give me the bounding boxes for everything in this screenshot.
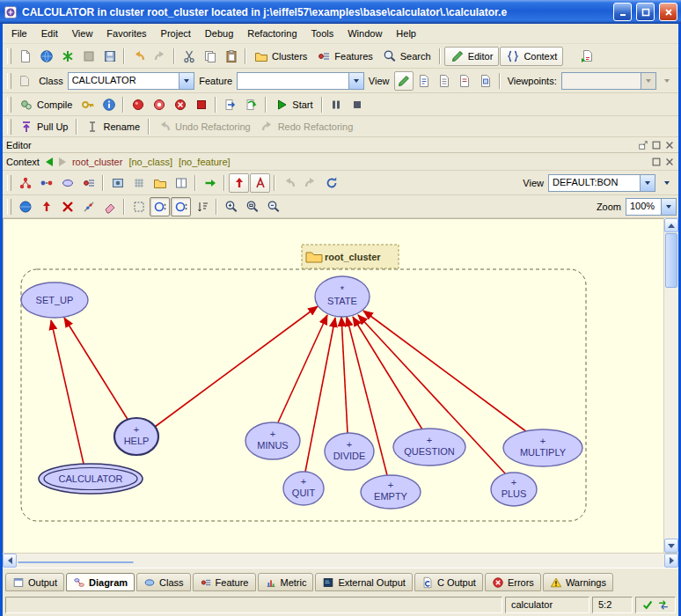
drop-class-button[interactable] bbox=[15, 71, 34, 91]
toolbar-grip[interactable] bbox=[7, 199, 11, 215]
client-depth-toggle[interactable] bbox=[150, 197, 170, 216]
redo-button[interactable] bbox=[150, 47, 170, 66]
tab-external-output[interactable]: External Output bbox=[315, 573, 412, 591]
placeholder-button[interactable] bbox=[78, 47, 99, 66]
diagram-redo-button[interactable] bbox=[300, 173, 320, 193]
diagram-undo-button[interactable] bbox=[279, 173, 299, 193]
history-back-icon[interactable] bbox=[46, 158, 53, 166]
anchor-tool-button[interactable] bbox=[78, 197, 99, 216]
viewpoints-combo[interactable] bbox=[561, 72, 656, 90]
zoom-combo[interactable]: 100% bbox=[626, 198, 677, 216]
snapshot-button[interactable] bbox=[107, 173, 128, 193]
clear-breakpoints-button[interactable] bbox=[191, 95, 211, 114]
horizontal-scroll-thumb[interactable] bbox=[18, 561, 134, 563]
menu-tools[interactable]: Tools bbox=[304, 26, 341, 41]
node-state[interactable]: * STATE bbox=[315, 276, 370, 317]
cluster-tag[interactable]: root_cluster bbox=[302, 245, 399, 268]
close-button[interactable] bbox=[659, 3, 677, 21]
client-links-button[interactable] bbox=[36, 173, 56, 193]
add-item-button[interactable] bbox=[57, 47, 77, 66]
paste-button[interactable] bbox=[221, 47, 241, 66]
zoom-out-button[interactable] bbox=[263, 197, 283, 216]
maximize-button[interactable] bbox=[636, 3, 655, 21]
context-cluster[interactable]: root_cluster bbox=[72, 157, 122, 167]
delete-item-button[interactable] bbox=[57, 197, 77, 216]
eraser-button[interactable] bbox=[99, 197, 120, 216]
context-no-class[interactable]: [no_class] bbox=[128, 157, 172, 167]
node-calculator[interactable]: CALCULATOR bbox=[39, 464, 143, 494]
refresh-diagram-button[interactable] bbox=[321, 173, 341, 193]
toolbar-grip[interactable] bbox=[7, 175, 11, 191]
menu-help[interactable]: Help bbox=[389, 26, 423, 41]
contract-view-button[interactable] bbox=[455, 71, 474, 91]
edge-help-setup[interactable] bbox=[64, 318, 128, 421]
class-combo[interactable]: CALCULATOR bbox=[68, 72, 195, 90]
tab-metric[interactable]: Metric bbox=[258, 573, 314, 591]
go-to-button[interactable] bbox=[200, 173, 220, 193]
external-editor-button[interactable] bbox=[576, 47, 597, 66]
menu-favorites[interactable]: Favorites bbox=[99, 26, 153, 41]
feature-tool-button[interactable] bbox=[78, 173, 99, 193]
node-minus[interactable]: + MINUS bbox=[245, 422, 300, 459]
cut-button[interactable] bbox=[179, 47, 199, 66]
clickable-view-button[interactable] bbox=[414, 71, 434, 91]
step-into-button[interactable] bbox=[220, 95, 240, 114]
close-pane-icon[interactable] bbox=[664, 157, 675, 167]
vertical-scroll-thumb[interactable] bbox=[665, 233, 677, 288]
node-multiply[interactable]: + MULTIPLY bbox=[503, 429, 582, 466]
split-view-button[interactable] bbox=[171, 173, 191, 193]
feature-combo-drop[interactable] bbox=[348, 73, 363, 89]
context-toggle-button[interactable]: Context bbox=[500, 47, 563, 66]
class-tool-button[interactable] bbox=[57, 173, 77, 193]
history-forward-icon[interactable] bbox=[59, 158, 66, 166]
edge-help-state[interactable] bbox=[155, 306, 318, 427]
scroll-up-button[interactable] bbox=[664, 218, 678, 232]
horizontal-scrollbar[interactable] bbox=[3, 553, 678, 568]
toolbar-grip[interactable] bbox=[7, 97, 11, 113]
node-plus[interactable]: + PLUS bbox=[491, 473, 537, 506]
interface-view-button[interactable] bbox=[475, 71, 494, 91]
new-document-button[interactable] bbox=[15, 47, 35, 66]
scroll-right-button[interactable] bbox=[664, 554, 678, 568]
diagram-view-combo[interactable]: DEFAULT:BON bbox=[548, 174, 655, 192]
minimize-button[interactable] bbox=[613, 3, 632, 21]
maximize-pane-icon[interactable] bbox=[651, 157, 662, 167]
menu-edit[interactable]: Edit bbox=[34, 26, 65, 41]
node-help[interactable]: + HELP bbox=[114, 418, 158, 455]
rename-button[interactable]: Rename bbox=[81, 117, 144, 136]
toolbar-grip[interactable] bbox=[7, 119, 11, 135]
tab-diagram[interactable]: Diagram bbox=[66, 573, 135, 591]
undo-button[interactable] bbox=[128, 47, 149, 66]
undo-refactoring-button[interactable]: Undo Refactoring bbox=[153, 117, 255, 136]
tab-warnings[interactable]: Warnings bbox=[543, 573, 613, 591]
tab-class[interactable]: Class bbox=[136, 573, 191, 591]
vertical-scrollbar[interactable] bbox=[663, 218, 678, 553]
toolbar-grip[interactable] bbox=[7, 73, 11, 89]
features-button[interactable]: Features bbox=[312, 47, 377, 66]
zoom-in-button[interactable] bbox=[221, 197, 241, 216]
start-button[interactable]: Start bbox=[270, 95, 317, 114]
editor-toggle-button[interactable]: Editor bbox=[444, 47, 500, 66]
node-question[interactable]: + QUESTION bbox=[393, 429, 465, 466]
node-set-up[interactable]: SET_UP bbox=[21, 282, 88, 318]
edge-minus-state[interactable] bbox=[278, 315, 327, 422]
menu-view[interactable]: View bbox=[65, 26, 100, 41]
tab-c-output[interactable]: C Output bbox=[414, 573, 483, 591]
step-over-button[interactable] bbox=[241, 95, 261, 114]
debug-step-button[interactable] bbox=[149, 95, 169, 114]
new-cluster-button[interactable] bbox=[150, 173, 170, 193]
view-menu-button[interactable] bbox=[656, 173, 677, 193]
selection-box-button[interactable] bbox=[128, 197, 149, 216]
title-bar[interactable]: CALCULATOR in cluster root_cluster locat… bbox=[0, 0, 681, 24]
float-pane-icon[interactable] bbox=[638, 140, 648, 150]
tab-output[interactable]: Output bbox=[5, 573, 64, 591]
force-layout-button[interactable] bbox=[15, 197, 35, 216]
close-pane-icon[interactable] bbox=[664, 140, 675, 150]
basic-text-view-button[interactable] bbox=[394, 71, 414, 91]
scroll-left-button[interactable] bbox=[3, 554, 17, 568]
tab-feature[interactable]: Feature bbox=[193, 573, 256, 591]
sort-button[interactable] bbox=[192, 197, 212, 216]
node-quit[interactable]: + QUIT bbox=[283, 472, 324, 505]
fit-to-screen-button[interactable] bbox=[36, 197, 56, 216]
debug-run-button[interactable] bbox=[128, 95, 148, 114]
